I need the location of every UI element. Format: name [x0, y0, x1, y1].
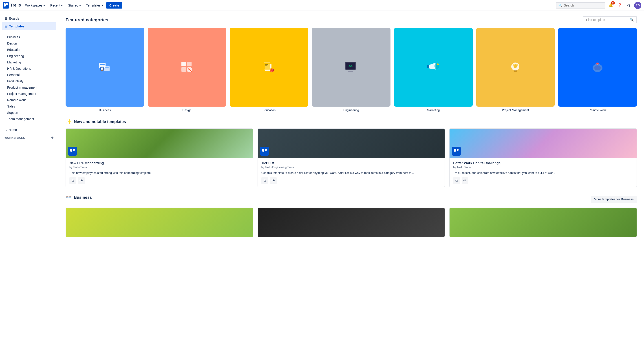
template-info-tier: Tier List by Trello Engineering Team Use… — [258, 158, 445, 187]
svg-rect-10 — [182, 62, 186, 66]
template-info-habits: Better Work Habits Challenge by Trello T… — [450, 158, 636, 187]
find-template-input[interactable] — [586, 18, 628, 22]
preview-template-button-2[interactable]: 👁 — [270, 177, 277, 184]
category-marketing[interactable]: Marketing — [394, 28, 473, 112]
svg-rect-0 — [3, 2, 9, 9]
category-thumb-business: 📋 — [66, 28, 144, 107]
create-button[interactable]: Create — [106, 2, 122, 9]
template-desc-tier: Use this template to create a tier list … — [261, 171, 441, 175]
sparkle-icon: ✨ — [66, 119, 72, 125]
sidebar-item-templates[interactable]: ⊟ Templates — [2, 22, 56, 30]
copy-template-button-3[interactable]: ⧉ — [453, 177, 460, 184]
trello-logo[interactable]: Trello — [3, 2, 21, 9]
sidebar-sub-team-mgmt[interactable]: Team management — [2, 116, 56, 122]
theme-button[interactable]: ◑ — [625, 2, 632, 9]
trello-badge-2 — [260, 147, 269, 156]
category-remote-work[interactable]: Remote Work — [558, 28, 637, 112]
svg-point-38 — [597, 64, 598, 64]
business-template-1[interactable] — [66, 208, 253, 237]
notable-templates-grid: New Hire Onboarding by Trello Team Help … — [66, 128, 637, 188]
svg-text:🎒: 🎒 — [270, 68, 274, 72]
category-design[interactable]: Design — [148, 28, 226, 112]
business-template-3[interactable] — [449, 208, 637, 237]
notification-button[interactable]: 🔔 9+ — [607, 2, 614, 9]
preview-template-button-3[interactable]: 👁 — [462, 177, 468, 184]
business-title: Business — [74, 195, 92, 200]
sidebar-item-boards[interactable]: ⊞ Boards — [2, 14, 56, 22]
search-input[interactable] — [564, 4, 603, 7]
search-icon: 🔍 — [630, 18, 634, 22]
trello-logo-text: Trello — [10, 3, 21, 8]
featured-title: Featured categories — [66, 17, 108, 23]
category-thumb-design — [148, 28, 226, 107]
template-card-habits[interactable]: Better Work Habits Challenge by Trello T… — [449, 128, 637, 188]
template-card-onboarding[interactable]: New Hire Onboarding by Trello Team Help … — [66, 128, 253, 188]
find-template-box[interactable]: 🔍 — [583, 16, 637, 23]
search-box[interactable]: 🔍 — [556, 2, 606, 9]
category-project-mgmt[interactable]: Project Management — [476, 28, 555, 112]
starred-nav[interactable]: Starred ▾ — [66, 2, 83, 9]
svg-text:📋: 📋 — [100, 67, 104, 71]
recent-nav[interactable]: Recent ▾ — [48, 2, 65, 9]
template-card-tier-list[interactable]: Tier List by Trello Engineering Team Use… — [258, 128, 445, 188]
sidebar-sub-personal[interactable]: Personal — [2, 72, 56, 78]
business-template-2[interactable] — [258, 208, 445, 237]
chevron-down-icon: ▾ — [61, 4, 63, 7]
sidebar-sub-project-mgmt[interactable]: Project management — [2, 91, 56, 97]
template-thumb-habits — [450, 129, 636, 158]
sidebar-sub-hr[interactable]: HR & Operations — [2, 65, 56, 72]
templates-nav[interactable]: Templates ▾ — [84, 2, 105, 9]
svg-rect-17 — [264, 63, 270, 70]
svg-point-29 — [437, 63, 439, 65]
sidebar-sub-marketing[interactable]: Marketing — [2, 59, 56, 65]
template-actions-onboarding: ⧉ 👁 — [70, 177, 249, 184]
category-label-engineering: Engineering — [343, 108, 359, 112]
business-templates-grid — [66, 208, 637, 237]
category-label-business: Business — [99, 108, 111, 112]
help-button[interactable]: ❓ — [616, 2, 623, 9]
template-author-habits: by Trello Team — [453, 166, 633, 169]
featured-section-header: Featured categories 🔍 — [66, 16, 637, 23]
sidebar-sub-sales[interactable]: Sales — [2, 103, 56, 109]
sidebar-sub-support[interactable]: Support — [2, 109, 56, 116]
business-thumb-2 — [258, 208, 445, 237]
template-info-onboarding: New Hire Onboarding by Trello Team Help … — [66, 158, 253, 187]
sidebar-sub-remote-work[interactable]: Remote work — [2, 97, 56, 103]
layout: ⊞ Boards ⊟ Templates Business Design Edu… — [0, 11, 644, 354]
svg-rect-7 — [105, 68, 109, 68]
svg-rect-11 — [182, 67, 186, 72]
sidebar-sub-product-mgmt[interactable]: Product management — [2, 84, 56, 91]
categories-grid: 📋 Business Design — [66, 28, 637, 112]
category-label-marketing: Marketing — [427, 108, 440, 112]
svg-point-31 — [514, 70, 517, 72]
add-workspace-button[interactable]: + — [51, 135, 54, 140]
copy-template-button-2[interactable]: ⧉ — [261, 177, 268, 184]
workspaces-nav[interactable]: Workspaces ▾ — [23, 2, 47, 9]
sidebar-sub-engineering[interactable]: Engineering — [2, 53, 56, 59]
svg-rect-42 — [265, 149, 267, 151]
preview-template-button[interactable]: 👁 — [78, 177, 85, 184]
category-label-remote-work: Remote Work — [589, 108, 606, 112]
search-icon: 🔍 — [559, 4, 562, 7]
sidebar-sub-education[interactable]: Education — [2, 47, 56, 53]
category-label-project-mgmt: Project Management — [502, 108, 529, 112]
notable-section-header: ✨ New and notable templates — [66, 119, 637, 125]
category-education[interactable]: 🎒 Education — [230, 28, 308, 112]
copy-template-button[interactable]: ⧉ — [70, 177, 76, 184]
chevron-down-icon: ▾ — [79, 4, 81, 7]
more-business-button[interactable]: More templates for Business — [591, 196, 637, 203]
template-desc-habits: Track, reflect, and celebrate new effect… — [453, 171, 633, 175]
sidebar-sub-design[interactable]: Design — [2, 40, 56, 47]
sidebar-templates-label: Templates — [9, 25, 24, 28]
sidebar-sub-business[interactable]: Business — [2, 34, 56, 40]
category-thumb-remote — [558, 28, 637, 107]
avatar[interactable]: RO — [634, 2, 641, 9]
header: Trello Workspaces ▾ Recent ▾ Starred ▾ T… — [0, 0, 644, 11]
template-author-tier: by Trello Engineering Team — [261, 166, 441, 169]
sidebar-sub-productivity[interactable]: Productivity — [2, 78, 56, 84]
sidebar-item-home[interactable]: ⌂ Home — [2, 126, 56, 134]
category-engineering[interactable]: </> Engineering — [312, 28, 390, 112]
chevron-down-icon: ▾ — [43, 4, 45, 7]
notification-badge: 9+ — [611, 1, 615, 5]
category-business[interactable]: 📋 Business — [66, 28, 144, 112]
